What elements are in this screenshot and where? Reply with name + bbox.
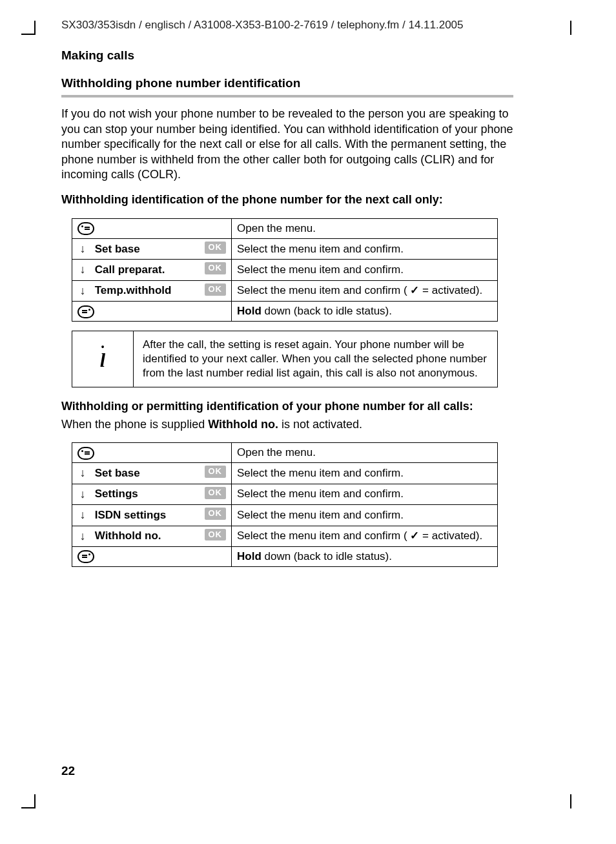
title-rule [61,95,513,98]
down-arrow-icon: ↓ [77,466,88,480]
table-row: Hold down (back to idle status). [72,546,498,566]
down-arrow-icon: ↓ [77,283,88,298]
page-number: 22 [61,763,75,779]
ok-badge: OK [205,529,227,541]
table-row: ↓ Set base OK Select the menu item and c… [72,238,498,259]
check-icon: ✓ [410,283,419,298]
menu-item-label: Set base [95,466,140,480]
table-row: ↓ Settings OK Select the menu item and c… [72,484,498,504]
end-key-icon [77,550,94,563]
step-description: Select the menu item and confirm. [232,484,498,504]
page-content: SX303/353isdn / englisch / A31008-X353-B… [61,18,539,576]
document-header: SX303/353isdn / englisch / A31008-X353-B… [61,18,539,32]
info-icon: •l [72,331,134,387]
menu-item-label: Settings [95,487,138,501]
menu-item-label: ISDN settings [95,508,167,522]
step-description: Open the menu. [232,218,498,238]
procedure-1-table: Open the menu. ↓ Set base OK Select the … [72,218,498,322]
step-description: Select the menu item and confirm. [232,238,498,259]
table-row: Hold down (back to idle status). [72,302,498,322]
down-arrow-icon: ↓ [77,242,88,256]
down-arrow-icon: ↓ [77,262,88,277]
table-row: Open the menu. [72,443,498,463]
info-note-box: •l After the call, the setting is reset … [72,331,498,387]
note-text: After the call, the setting is reset aga… [134,331,498,387]
crop-mark [21,807,36,808]
menu-key-icon [77,222,94,235]
table-row: ↓ Set base OK Select the menu item and c… [72,463,498,484]
step-description: Open the menu. [232,443,498,463]
procedure-2-table: Open the menu. ↓ Set base OK Select the … [72,442,498,567]
section-title: Making calls [61,48,539,64]
crop-mark [34,794,36,808]
procedure-2-title: Withholding or permitting identification… [61,399,526,414]
down-arrow-icon: ↓ [77,487,88,502]
ok-badge: OK [205,242,227,254]
down-arrow-icon: ↓ [77,508,88,522]
crop-mark [570,21,571,35]
table-row: ↓ Withhold no. OK Select the menu item a… [72,526,498,546]
ok-badge: OK [205,508,227,520]
step-description: Hold down (back to idle status). [232,546,498,566]
down-arrow-icon: ↓ [77,529,88,544]
menu-item-label: Call preparat. [95,263,165,277]
subsection-title: Withholding phone number identification [61,76,539,92]
table-row: Open the menu. [72,218,498,238]
procedure-2-intro: When the phone is supplied Withhold no. … [61,417,526,432]
ok-badge: OK [205,466,227,478]
step-description: Select the menu item and confirm ( ✓ = a… [232,526,498,546]
crop-mark [21,34,36,35]
menu-key-icon [77,447,94,460]
step-description: Select the menu item and confirm. [232,463,498,484]
crop-mark [570,794,571,808]
ok-badge: OK [205,262,227,274]
table-row: ↓ ISDN settings OK Select the menu item … [72,505,498,526]
menu-item-label: Withhold no. [95,529,161,543]
intro-paragraph: If you do not wish your phone number to … [61,107,526,182]
step-description: Select the menu item and confirm. [232,505,498,526]
crop-mark [34,21,36,35]
step-description: Select the menu item and confirm. [232,260,498,280]
end-key-icon [77,305,94,318]
ok-badge: OK [205,283,227,296]
check-icon: ✓ [410,529,419,543]
menu-item-label: Temp.withhold [95,283,172,298]
table-row: ↓ Call preparat. OK Select the menu item… [72,260,498,280]
ok-badge: OK [205,487,227,499]
table-row: ↓ Temp.withhold OK Select the menu item … [72,280,498,301]
step-description: Select the menu item and confirm ( ✓ = a… [232,280,498,301]
menu-item-label: Set base [95,242,140,256]
procedure-1-title: Withholding identification of the phone … [61,192,526,207]
step-description: Hold down (back to idle status). [232,302,498,322]
